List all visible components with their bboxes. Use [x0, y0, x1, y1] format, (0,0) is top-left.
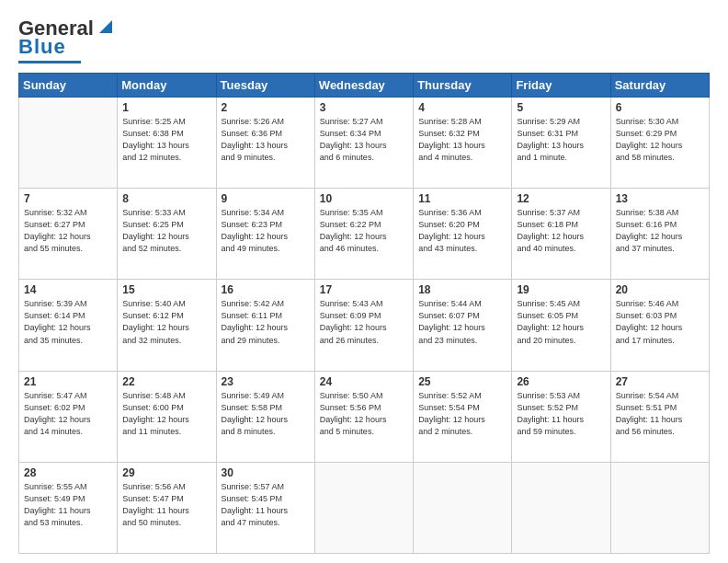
- day-info: Sunrise: 5:33 AM Sunset: 6:25 PM Dayligh…: [122, 207, 210, 255]
- day-cell: [610, 462, 709, 553]
- day-info: Sunrise: 5:26 AM Sunset: 6:36 PM Dayligh…: [222, 116, 310, 164]
- day-number: 11: [418, 192, 506, 205]
- day-cell: 3Sunrise: 5:27 AM Sunset: 6:34 PM Daylig…: [314, 98, 413, 189]
- day-cell: [414, 462, 512, 553]
- day-info: Sunrise: 5:34 AM Sunset: 6:23 PM Dayligh…: [222, 207, 310, 255]
- day-number: 1: [122, 101, 210, 114]
- day-cell: 13Sunrise: 5:38 AM Sunset: 6:16 PM Dayli…: [610, 189, 709, 280]
- week-row-5: 28Sunrise: 5:55 AM Sunset: 5:49 PM Dayli…: [19, 462, 710, 553]
- day-cell: 24Sunrise: 5:50 AM Sunset: 5:56 PM Dayli…: [314, 371, 413, 462]
- week-row-3: 14Sunrise: 5:39 AM Sunset: 6:14 PM Dayli…: [19, 280, 710, 371]
- day-info: Sunrise: 5:43 AM Sunset: 6:09 PM Dayligh…: [320, 298, 408, 346]
- weekday-friday: Friday: [512, 74, 610, 98]
- day-info: Sunrise: 5:57 AM Sunset: 5:45 PM Dayligh…: [222, 481, 310, 529]
- day-cell: 22Sunrise: 5:48 AM Sunset: 6:00 PM Dayli…: [118, 371, 216, 462]
- day-cell: 29Sunrise: 5:56 AM Sunset: 5:47 PM Dayli…: [118, 462, 216, 553]
- day-info: Sunrise: 5:45 AM Sunset: 6:05 PM Dayligh…: [517, 298, 605, 346]
- day-info: Sunrise: 5:32 AM Sunset: 6:27 PM Dayligh…: [24, 207, 112, 255]
- day-info: Sunrise: 5:37 AM Sunset: 6:18 PM Dayligh…: [517, 207, 605, 255]
- day-number: 29: [122, 466, 210, 479]
- day-cell: [314, 462, 413, 553]
- day-info: Sunrise: 5:47 AM Sunset: 6:02 PM Dayligh…: [24, 390, 112, 438]
- day-cell: 1Sunrise: 5:25 AM Sunset: 6:38 PM Daylig…: [118, 98, 216, 189]
- day-info: Sunrise: 5:50 AM Sunset: 5:56 PM Dayligh…: [320, 390, 408, 438]
- day-number: 5: [517, 101, 605, 114]
- day-cell: 27Sunrise: 5:54 AM Sunset: 5:51 PM Dayli…: [610, 371, 709, 462]
- day-info: Sunrise: 5:39 AM Sunset: 6:14 PM Dayligh…: [24, 298, 112, 346]
- day-cell: 30Sunrise: 5:57 AM Sunset: 5:45 PM Dayli…: [216, 462, 314, 553]
- day-cell: 15Sunrise: 5:40 AM Sunset: 6:12 PM Dayli…: [118, 280, 216, 371]
- day-info: Sunrise: 5:29 AM Sunset: 6:31 PM Dayligh…: [517, 116, 605, 164]
- day-number: 19: [517, 283, 605, 296]
- day-number: 25: [418, 375, 506, 388]
- logo: General Blue: [18, 17, 116, 63]
- day-info: Sunrise: 5:36 AM Sunset: 6:20 PM Dayligh…: [418, 207, 506, 255]
- day-info: Sunrise: 5:40 AM Sunset: 6:12 PM Dayligh…: [122, 298, 210, 346]
- day-cell: 6Sunrise: 5:30 AM Sunset: 6:29 PM Daylig…: [610, 98, 709, 189]
- day-number: 30: [222, 466, 310, 479]
- day-cell: 16Sunrise: 5:42 AM Sunset: 6:11 PM Dayli…: [216, 280, 314, 371]
- day-cell: 12Sunrise: 5:37 AM Sunset: 6:18 PM Dayli…: [512, 189, 610, 280]
- day-number: 10: [320, 192, 408, 205]
- day-cell: 26Sunrise: 5:53 AM Sunset: 5:52 PM Dayli…: [512, 371, 610, 462]
- day-cell: 19Sunrise: 5:45 AM Sunset: 6:05 PM Dayli…: [512, 280, 610, 371]
- day-info: Sunrise: 5:42 AM Sunset: 6:11 PM Dayligh…: [222, 298, 310, 346]
- day-cell: 4Sunrise: 5:28 AM Sunset: 6:32 PM Daylig…: [414, 98, 512, 189]
- day-cell: [512, 462, 610, 553]
- week-row-1: 1Sunrise: 5:25 AM Sunset: 6:38 PM Daylig…: [19, 98, 710, 189]
- day-number: 8: [122, 192, 210, 205]
- day-cell: 2Sunrise: 5:26 AM Sunset: 6:36 PM Daylig…: [216, 98, 314, 189]
- day-number: 13: [616, 192, 704, 205]
- day-number: 15: [122, 283, 210, 296]
- weekday-wednesday: Wednesday: [314, 74, 413, 98]
- week-row-2: 7Sunrise: 5:32 AM Sunset: 6:27 PM Daylig…: [19, 189, 710, 280]
- day-info: Sunrise: 5:44 AM Sunset: 6:07 PM Dayligh…: [418, 298, 506, 346]
- day-info: Sunrise: 5:56 AM Sunset: 5:47 PM Dayligh…: [122, 481, 210, 529]
- day-number: 3: [320, 101, 408, 114]
- day-cell: 8Sunrise: 5:33 AM Sunset: 6:25 PM Daylig…: [118, 189, 216, 280]
- day-number: 16: [222, 283, 310, 296]
- day-cell: 11Sunrise: 5:36 AM Sunset: 6:20 PM Dayli…: [414, 189, 512, 280]
- weekday-saturday: Saturday: [610, 74, 709, 98]
- week-row-4: 21Sunrise: 5:47 AM Sunset: 6:02 PM Dayli…: [19, 371, 710, 462]
- logo-underline: [18, 61, 81, 63]
- day-number: 23: [222, 375, 310, 388]
- day-info: Sunrise: 5:55 AM Sunset: 5:49 PM Dayligh…: [24, 481, 112, 529]
- day-cell: 21Sunrise: 5:47 AM Sunset: 6:02 PM Dayli…: [19, 371, 118, 462]
- day-cell: 20Sunrise: 5:46 AM Sunset: 6:03 PM Dayli…: [610, 280, 709, 371]
- day-number: 14: [24, 283, 112, 296]
- day-number: 18: [418, 283, 506, 296]
- day-info: Sunrise: 5:54 AM Sunset: 5:51 PM Dayligh…: [616, 390, 704, 438]
- day-number: 24: [320, 375, 408, 388]
- weekday-monday: Monday: [118, 74, 216, 98]
- weekday-tuesday: Tuesday: [216, 74, 314, 98]
- weekday-sunday: Sunday: [19, 74, 118, 98]
- day-cell: 14Sunrise: 5:39 AM Sunset: 6:14 PM Dayli…: [19, 280, 118, 371]
- day-info: Sunrise: 5:48 AM Sunset: 6:00 PM Dayligh…: [122, 390, 210, 438]
- day-info: Sunrise: 5:28 AM Sunset: 6:32 PM Dayligh…: [418, 116, 506, 164]
- day-number: 26: [517, 375, 605, 388]
- day-number: 27: [616, 375, 704, 388]
- day-cell: 9Sunrise: 5:34 AM Sunset: 6:23 PM Daylig…: [216, 189, 314, 280]
- day-cell: 5Sunrise: 5:29 AM Sunset: 6:31 PM Daylig…: [512, 98, 610, 189]
- day-info: Sunrise: 5:53 AM Sunset: 5:52 PM Dayligh…: [517, 390, 605, 438]
- day-number: 12: [517, 192, 605, 205]
- logo-icon: [96, 17, 116, 37]
- day-cell: 18Sunrise: 5:44 AM Sunset: 6:07 PM Dayli…: [414, 280, 512, 371]
- day-number: 21: [24, 375, 112, 388]
- weekday-header-row: SundayMondayTuesdayWednesdayThursdayFrid…: [19, 74, 710, 98]
- page: General Blue SundayMondayTuesdayWednesda…: [0, 0, 728, 563]
- day-cell: [19, 98, 118, 189]
- day-info: Sunrise: 5:35 AM Sunset: 6:22 PM Dayligh…: [320, 207, 408, 255]
- day-cell: 7Sunrise: 5:32 AM Sunset: 6:27 PM Daylig…: [19, 189, 118, 280]
- day-number: 22: [122, 375, 210, 388]
- day-cell: 28Sunrise: 5:55 AM Sunset: 5:49 PM Dayli…: [19, 462, 118, 553]
- calendar: SundayMondayTuesdayWednesdayThursdayFrid…: [18, 73, 710, 554]
- day-number: 7: [24, 192, 112, 205]
- day-cell: 25Sunrise: 5:52 AM Sunset: 5:54 PM Dayli…: [414, 371, 512, 462]
- day-info: Sunrise: 5:38 AM Sunset: 6:16 PM Dayligh…: [616, 207, 704, 255]
- day-info: Sunrise: 5:30 AM Sunset: 6:29 PM Dayligh…: [616, 116, 704, 164]
- weekday-thursday: Thursday: [414, 74, 512, 98]
- day-number: 28: [24, 466, 112, 479]
- day-number: 9: [222, 192, 310, 205]
